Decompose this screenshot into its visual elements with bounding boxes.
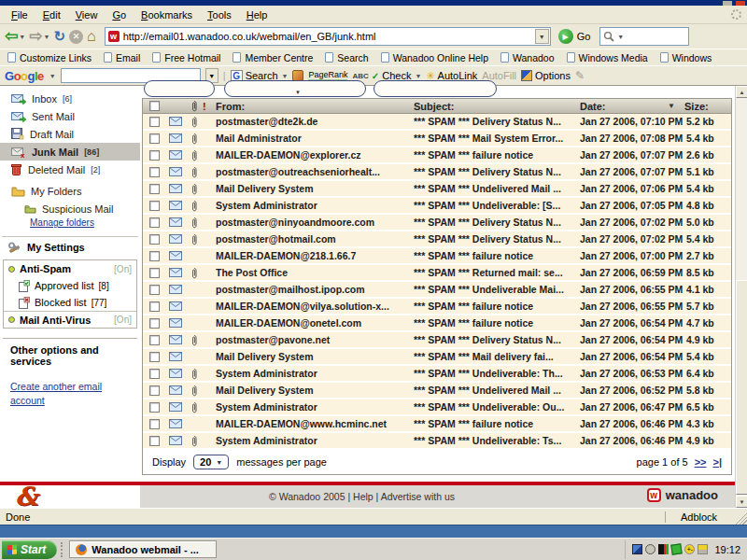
row-checkbox[interactable] <box>143 117 165 127</box>
mail-row[interactable]: Mail Delivery System*** SPAM *** Undeliv… <box>143 181 731 198</box>
mail-from[interactable]: The Post Office <box>216 267 414 278</box>
mail-subject[interactable]: *** SPAM *** failure notice <box>414 418 580 429</box>
menu-tools[interactable]: Tools <box>200 7 239 22</box>
mail-subject[interactable]: *** SPAM *** Delivery Status N... <box>414 334 580 345</box>
mail-subject[interactable]: *** SPAM *** Undelivered Mail ... <box>414 385 580 396</box>
mail-row[interactable]: Mail Administrator*** SPAM *** Mail Syst… <box>143 131 731 147</box>
mail-from[interactable]: Mail Delivery System <box>216 385 414 396</box>
tray-app2-icon[interactable] <box>671 543 683 554</box>
google-logo-dropdown-icon[interactable]: ▼ <box>49 73 56 79</box>
google-logo[interactable]: Google <box>5 69 44 83</box>
row-checkbox[interactable] <box>143 318 165 329</box>
mail-subject[interactable]: *** SPAM *** Returned mail: se... <box>414 267 580 278</box>
row-checkbox[interactable] <box>143 167 165 177</box>
mail-row[interactable]: MAILER-DAEMON@218.1.66.7*** SPAM *** fai… <box>143 248 731 265</box>
scroll-down-button[interactable]: ▼ <box>736 496 747 508</box>
manage-folders-link[interactable]: Manage folders <box>0 217 140 232</box>
mail-from[interactable]: MAILER-DAEMON@www.hcminc.net <box>216 418 414 429</box>
row-checkbox[interactable] <box>143 268 165 278</box>
mail-subject[interactable]: *** SPAM *** failure notice <box>414 149 580 161</box>
mail-row[interactable]: postmaster@hotmail.com*** SPAM *** Deliv… <box>143 231 731 248</box>
tray-network-icon[interactable] <box>632 544 642 554</box>
mail-from[interactable]: MAILER-DAEMON@218.1.66.7 <box>216 250 414 261</box>
mail-row[interactable]: postmaster@dte2k.de*** SPAM *** Delivery… <box>143 114 731 131</box>
stop-button[interactable]: ✕ <box>68 26 84 47</box>
mail-subject[interactable]: *** SPAM *** Delivery Status N... <box>414 166 580 177</box>
row-checkbox[interactable] <box>143 436 165 446</box>
bookmark-link[interactable]: Windows Media <box>567 52 648 63</box>
mail-from[interactable]: Mail Administrator <box>216 133 414 144</box>
next-page-link[interactable]: >> <box>695 456 707 468</box>
reload-button[interactable]: ↻ <box>52 26 66 47</box>
attachment-column-icon[interactable] <box>186 100 203 112</box>
mail-subject[interactable]: *** SPAM *** Undelivered Mail ... <box>414 183 580 194</box>
mail-from[interactable]: MAILER-DAEMON@explorer.cz <box>216 149 414 161</box>
row-checkbox[interactable] <box>143 385 165 396</box>
menu-file[interactable]: File <box>4 7 35 22</box>
url-input[interactable]: http://email01.wanadoo.co.uk/webmail/en_… <box>123 31 535 42</box>
row-checkbox[interactable] <box>143 150 165 161</box>
go-button[interactable]: ▶ <box>558 29 573 44</box>
bookmark-link[interactable]: Customize Links <box>7 52 92 63</box>
mail-subject[interactable]: *** SPAM *** failure notice <box>414 250 580 261</box>
mail-row[interactable]: postmaster@pavone.net*** SPAM *** Delive… <box>143 332 731 349</box>
taskbar-grip[interactable] <box>61 542 65 557</box>
create-account-link[interactable]: Create another email account <box>10 380 132 407</box>
mail-from[interactable]: System Administrator <box>216 200 414 211</box>
row-checkbox[interactable] <box>143 184 165 194</box>
bookmark-link[interactable]: Member Centre <box>233 52 313 63</box>
mail-row[interactable]: MAILER-DAEMON@www.hcminc.net*** SPAM ***… <box>143 416 731 433</box>
bookmark-link[interactable]: Email <box>104 52 140 63</box>
adblock-status[interactable]: Adblock <box>665 511 732 523</box>
mail-row[interactable]: MAILER-DAEMON@onetel.com*** SPAM *** fai… <box>143 315 731 332</box>
row-checkbox[interactable] <box>143 369 165 379</box>
menu-go[interactable]: Go <box>105 7 134 22</box>
highlighter-icon[interactable]: ✎ <box>575 69 585 82</box>
bookmark-link[interactable]: Free Hotmail <box>152 52 220 63</box>
row-checkbox[interactable] <box>143 201 165 211</box>
tray-update-icon[interactable] <box>698 544 708 554</box>
row-checkbox[interactable] <box>143 352 165 362</box>
mail-subject[interactable]: *** SPAM *** Delivery Status N... <box>414 217 580 228</box>
menu-view[interactable]: View <box>68 7 106 22</box>
sidebar-item-inbox[interactable]: Inbox[6] <box>0 90 140 107</box>
mail-subject[interactable]: *** SPAM *** Delivery Status N... <box>414 116 580 127</box>
mail-row[interactable]: MAILER-DAEMON@explorer.cz*** SPAM *** fa… <box>143 147 731 164</box>
copyright-text[interactable]: © Wanadoo 2005 | Help | Advertise with u… <box>269 491 455 502</box>
back-dropdown-icon[interactable]: ▼ <box>19 34 25 40</box>
sidebar-item-my-folders[interactable]: My Folders <box>0 182 140 200</box>
sidebar-item-deleted[interactable]: Deleted Mail[2] <box>0 161 140 178</box>
tray-app1-icon[interactable] <box>658 544 669 554</box>
mail-row[interactable]: postmaster@mailhost.ipop.com*** SPAM ***… <box>143 282 731 299</box>
row-checkbox[interactable] <box>143 301 165 312</box>
mail-row[interactable]: The Post Office*** SPAM *** Returned mai… <box>143 265 731 282</box>
menu-edit[interactable]: Edit <box>35 7 68 22</box>
row-checkbox[interactable] <box>143 335 165 345</box>
mail-row[interactable]: postmaster@ninyoandmoore.com*** SPAM ***… <box>143 215 731 231</box>
date-column-header[interactable]: Date:▼ <box>580 101 684 112</box>
size-column-header[interactable]: Size: <box>684 101 731 112</box>
row-checkbox[interactable] <box>143 285 165 295</box>
mail-subject[interactable]: *** SPAM *** failure notice <box>414 317 580 329</box>
taskbar-item-wanadoo[interactable]: Wanadoo webmail - ... <box>69 540 217 558</box>
mail-from[interactable]: postmaster@mailhost.ipop.com <box>216 284 414 295</box>
forward-dropdown-icon[interactable]: ▼ <box>43 34 49 40</box>
start-button[interactable]: Start <box>2 540 57 559</box>
mail-from[interactable]: System Administrator <box>216 435 414 446</box>
mail-from[interactable]: postmaster@hotmail.com <box>216 233 414 245</box>
mail-from[interactable]: Mail Delivery System <box>216 183 414 194</box>
sidebar-item-junk[interactable]: x Junk Mail[86] <box>0 143 140 161</box>
subject-column-header[interactable]: Subject: <box>414 101 580 112</box>
resize-grip[interactable] <box>732 510 747 525</box>
sidebar-item-suspicious-mail[interactable]: Suspicious Mail <box>0 200 140 217</box>
mail-from[interactable]: System Administrator <box>216 368 414 379</box>
sidebar-item-sent[interactable]: Sent Mail <box>0 107 140 125</box>
mail-subject[interactable]: *** SPAM *** Mail delivery fai... <box>414 351 580 362</box>
row-checkbox[interactable] <box>143 251 165 261</box>
scrollbar-thumb[interactable] <box>736 280 747 495</box>
priority-column-header[interactable]: ! <box>203 101 216 112</box>
mail-row[interactable]: Mail Delivery System*** SPAM *** Mail de… <box>143 349 731 366</box>
bookmark-link[interactable]: Wanadoo <box>500 52 555 63</box>
mail-row[interactable]: System Administrator*** SPAM *** Undeliv… <box>143 433 731 450</box>
select-all-checkbox[interactable] <box>143 101 165 111</box>
